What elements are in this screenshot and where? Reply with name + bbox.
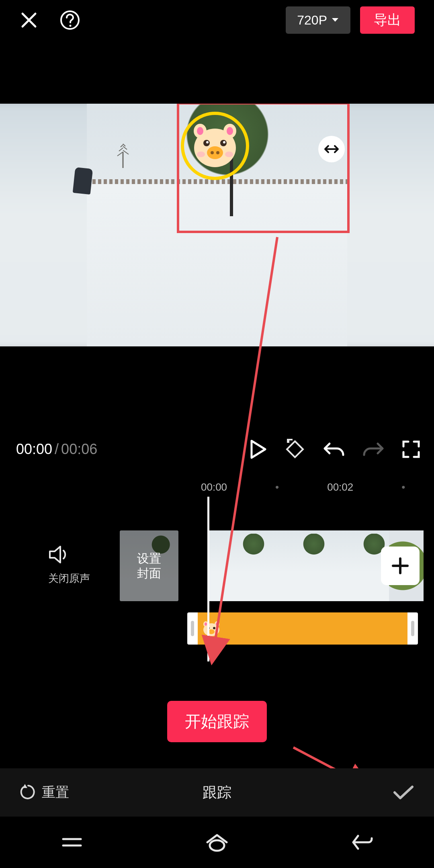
svg-point-1 xyxy=(70,25,72,27)
fullscreen-icon[interactable] xyxy=(402,440,420,459)
tracking-panel-bar: 重置 跟踪 xyxy=(0,768,434,817)
svg-point-13 xyxy=(216,151,219,154)
mute-label: 关闭原声 xyxy=(48,571,90,585)
svg-point-14 xyxy=(197,151,205,157)
scene-person xyxy=(73,167,93,194)
resolution-button[interactable]: 720P xyxy=(286,6,350,34)
svg-point-6 xyxy=(227,127,233,135)
scene-small-tree xyxy=(115,140,131,168)
svg-point-30 xyxy=(210,840,224,851)
resolution-label: 720P xyxy=(297,13,327,28)
export-label: 导出 xyxy=(374,11,401,29)
system-nav-bar xyxy=(0,817,434,868)
start-tracking-label: 开始跟踪 xyxy=(185,712,249,730)
mute-toggle[interactable]: 关闭原声 xyxy=(48,545,90,585)
video-preview[interactable] xyxy=(0,104,434,346)
ruler-tick: 00:00 xyxy=(201,481,227,493)
cover-label: 设置 封面 xyxy=(137,551,161,581)
svg-point-11 xyxy=(207,146,223,159)
timeline-ruler: 00:00 • 00:02 • xyxy=(0,478,434,496)
chevron-down-icon xyxy=(331,17,339,23)
resize-arrows-icon xyxy=(323,144,340,154)
svg-point-5 xyxy=(197,127,203,135)
clip-handle-right[interactable] xyxy=(411,621,414,636)
playback-controls: 00:00/00:06 xyxy=(0,435,434,464)
video-clip-thumb[interactable] xyxy=(268,530,329,601)
set-cover-button[interactable]: 设置 封面 xyxy=(120,530,178,601)
timeline-tracks[interactable]: 关闭原声 设置 封面 xyxy=(0,530,434,615)
preview-frame xyxy=(87,104,347,346)
svg-point-12 xyxy=(211,151,214,154)
pig-sticker-icon xyxy=(189,120,241,172)
ruler-dot: • xyxy=(401,481,405,493)
time-display: 00:00/00:06 xyxy=(16,441,97,458)
nav-recent-icon[interactable] xyxy=(61,834,83,850)
ruler-dot: • xyxy=(275,481,279,493)
top-bar: 720P 导出 xyxy=(0,0,434,40)
svg-point-15 xyxy=(225,151,233,157)
start-tracking-button[interactable]: 开始跟踪 xyxy=(167,701,267,742)
reset-label: 重置 xyxy=(42,783,69,802)
svg-point-21 xyxy=(205,622,207,626)
add-clip-button[interactable] xyxy=(381,547,420,585)
speaker-icon xyxy=(48,545,70,564)
undo-icon[interactable] xyxy=(323,440,345,458)
reset-icon xyxy=(19,784,36,801)
panel-title: 跟踪 xyxy=(203,783,231,802)
reset-button[interactable]: 重置 xyxy=(19,783,69,802)
current-time: 00:00 xyxy=(16,441,52,457)
clip-handle-left[interactable] xyxy=(191,621,194,636)
video-clip-thumb[interactable] xyxy=(329,530,389,601)
svg-point-9 xyxy=(206,141,209,143)
svg-point-22 xyxy=(216,622,218,626)
check-icon xyxy=(392,784,415,800)
redo-icon[interactable] xyxy=(362,440,384,458)
total-time: 00:06 xyxy=(61,441,97,457)
pig-sticker-icon xyxy=(202,621,221,636)
resize-handle[interactable] xyxy=(318,136,345,162)
keyframe-icon[interactable] xyxy=(285,439,305,460)
export-button[interactable]: 导出 xyxy=(360,6,415,34)
ruler-tick: 00:02 xyxy=(327,481,353,493)
svg-point-24 xyxy=(213,627,215,629)
confirm-button[interactable] xyxy=(392,784,415,800)
play-icon[interactable] xyxy=(249,439,267,459)
nav-home-icon[interactable] xyxy=(205,833,229,852)
close-icon[interactable] xyxy=(19,10,39,30)
playhead[interactable] xyxy=(207,497,209,661)
nav-back-icon[interactable] xyxy=(351,833,373,851)
plus-icon xyxy=(391,557,409,575)
svg-point-10 xyxy=(223,141,225,143)
sticker-track-clip[interactable] xyxy=(187,612,418,645)
tracking-target-circle[interactable] xyxy=(181,112,249,180)
video-clip-thumb[interactable] xyxy=(208,530,268,601)
help-icon[interactable] xyxy=(59,10,80,31)
